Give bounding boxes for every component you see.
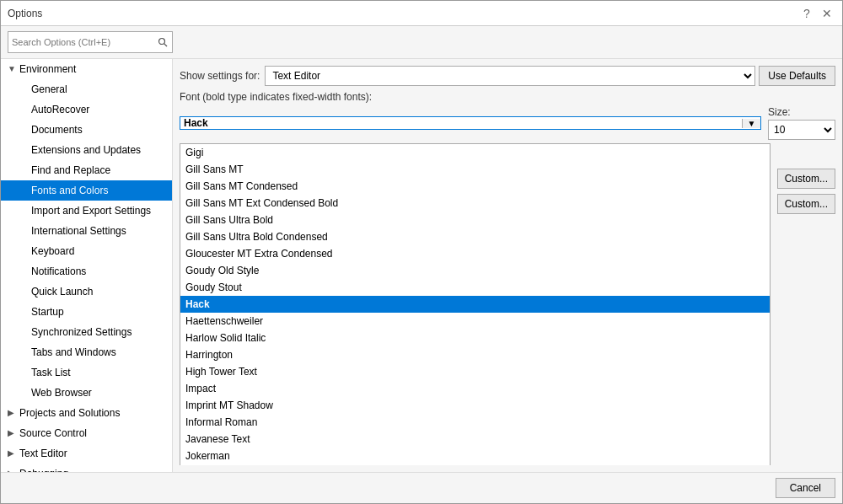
sidebar-item-startup[interactable]: ▶Startup <box>1 302 172 322</box>
font-list[interactable]: GigiGill Sans MTGill Sans MT CondensedGi… <box>180 144 770 465</box>
sidebar-item-documents[interactable]: ▶Documents <box>1 120 172 140</box>
font-list-item[interactable]: Impact <box>180 380 770 397</box>
expand-icon: ▼ <box>8 61 16 78</box>
sidebar-item-tabs-windows[interactable]: ▶Tabs and Windows <box>1 342 172 362</box>
sidebar-item-debugging[interactable]: ▶Debugging <box>1 464 172 472</box>
sidebar-item-web-browser[interactable]: ▶Web Browser <box>1 383 172 403</box>
font-list-container: GigiGill Sans MTGill Sans MT CondensedGi… <box>180 143 771 465</box>
sidebar-item-label: Extensions and Updates <box>31 142 141 158</box>
expand-icon: ▶ <box>8 405 16 421</box>
sidebar-item-label: International Settings <box>31 223 126 239</box>
font-list-item[interactable]: Gill Sans Ultra Bold <box>180 212 770 228</box>
font-list-item[interactable]: Informal Roman <box>180 414 770 431</box>
sidebar-item-notifications[interactable]: ▶Notifications <box>1 261 172 281</box>
font-list-item[interactable]: Gloucester MT Extra Condensed <box>180 245 770 262</box>
content-area: ▼Environment▶General▶AutoRecover▶Documen… <box>1 26 842 503</box>
font-list-item[interactable]: Hack <box>180 296 770 313</box>
expand-icon: ▶ <box>8 425 16 442</box>
sidebar-item-label: AutoRecover <box>31 101 89 118</box>
font-list-item[interactable]: Gigi <box>180 144 770 161</box>
expand-icon: ▶ <box>8 445 16 462</box>
sidebar-item-autorecover[interactable]: ▶AutoRecover <box>1 99 172 120</box>
sidebar-item-label: Keyboard <box>31 243 74 260</box>
sidebar-item-keyboard[interactable]: ▶Keyboard <box>1 241 172 261</box>
sidebar-item-label: Task List <box>31 364 71 381</box>
bottom-panel: Cancel <box>1 472 842 503</box>
title-bar: Options ? ✕ <box>1 1 842 26</box>
sidebar-item-label: Debugging <box>19 465 68 472</box>
show-settings-select[interactable]: Text Editor <box>265 66 755 86</box>
show-settings-label: Show settings for: <box>180 70 260 82</box>
right-panel: Show settings for: Text Editor Use Defau… <box>173 59 842 472</box>
font-list-item[interactable]: Gill Sans MT Ext Condensed Bold <box>180 195 770 212</box>
sidebar-item-label: Notifications <box>31 263 86 280</box>
font-list-item[interactable]: Imprint MT Shadow <box>180 397 770 414</box>
sidebar-item-extensions[interactable]: ▶Extensions and Updates <box>1 140 172 160</box>
help-button[interactable]: ? <box>798 5 815 22</box>
sidebar-item-text-editor[interactable]: ▶Text Editor <box>1 443 172 464</box>
svg-line-1 <box>164 44 167 46</box>
font-dropdown-wrapper: ▼ <box>180 116 761 130</box>
sidebar-item-label: Fonts and Colors <box>31 182 108 199</box>
font-list-item[interactable]: Jokerman <box>180 448 770 464</box>
search-button[interactable] <box>153 32 172 52</box>
sidebar-item-general[interactable]: ▶General <box>1 79 172 99</box>
font-list-item[interactable]: Juice ITC <box>180 464 770 465</box>
font-label: Font (bold type indicates fixed-width fo… <box>180 91 835 103</box>
search-input[interactable] <box>8 35 153 49</box>
cancel-button[interactable]: Cancel <box>776 478 835 498</box>
search-icon <box>158 37 168 47</box>
font-list-item[interactable]: Haettenschweiler <box>180 313 770 330</box>
font-list-item[interactable]: Harlow Solid Italic <box>180 330 770 346</box>
sidebar-item-synchronized[interactable]: ▶Synchronized Settings <box>1 322 172 342</box>
search-input-wrapper <box>8 31 173 53</box>
font-dropdown-arrow[interactable]: ▼ <box>742 119 760 128</box>
font-list-item[interactable]: Gill Sans MT <box>180 161 770 178</box>
sidebar-item-label: Find and Replace <box>31 162 110 179</box>
sidebar-item-label: Projects and Solutions <box>19 405 120 421</box>
svg-point-0 <box>159 39 165 45</box>
sidebar-item-quick-launch[interactable]: ▶Quick Launch <box>1 281 172 302</box>
show-settings-row: Show settings for: Text Editor Use Defau… <box>180 66 835 86</box>
sidebar: ▼Environment▶General▶AutoRecover▶Documen… <box>1 59 173 472</box>
title-bar-controls: ? ✕ <box>798 5 835 22</box>
font-main: GigiGill Sans MTGill Sans MT CondensedGi… <box>180 143 771 465</box>
sidebar-item-fonts-colors[interactable]: ▶Fonts and Colors <box>1 180 172 201</box>
sidebar-item-label: General <box>31 81 67 98</box>
font-input[interactable] <box>180 117 742 129</box>
sidebar-tree: ▼Environment▶General▶AutoRecover▶Documen… <box>1 59 172 472</box>
sidebar-item-import-export[interactable]: ▶Import and Export Settings <box>1 201 172 221</box>
sidebar-item-task-list[interactable]: ▶Task List <box>1 362 172 383</box>
sidebar-item-source-control[interactable]: ▶Source Control <box>1 423 172 443</box>
sidebar-item-label: Import and Export Settings <box>31 202 151 219</box>
font-list-item[interactable]: Javanese Text <box>180 431 770 448</box>
font-list-item[interactable]: Goudy Old Style <box>180 262 770 279</box>
main-area: ▼Environment▶General▶AutoRecover▶Documen… <box>1 59 842 472</box>
sidebar-item-label: Synchronized Settings <box>31 324 132 340</box>
right-side-buttons: Custom... Custom... <box>777 143 835 214</box>
custom-button-1[interactable]: Custom... <box>777 169 835 189</box>
sidebar-item-label: Quick Launch <box>31 283 93 300</box>
sidebar-item-international[interactable]: ▶International Settings <box>1 221 172 241</box>
custom-button-2[interactable]: Custom... <box>777 194 835 214</box>
close-button[interactable]: ✕ <box>819 5 835 22</box>
sidebar-item-projects[interactable]: ▶Projects and Solutions <box>1 403 172 423</box>
sidebar-item-find-replace[interactable]: ▶Find and Replace <box>1 160 172 180</box>
font-list-item[interactable]: High Tower Text <box>180 363 770 380</box>
sidebar-item-label: Text Editor <box>19 445 67 462</box>
font-area-row: GigiGill Sans MTGill Sans MT CondensedGi… <box>180 143 835 465</box>
sidebar-item-label: Source Control <box>19 425 87 442</box>
font-list-item[interactable]: Gill Sans Ultra Bold Condensed <box>180 228 770 245</box>
size-select[interactable]: 10 <box>768 120 835 140</box>
font-list-item[interactable]: Goudy Stout <box>180 279 770 296</box>
size-area: Size: 10 <box>768 106 835 140</box>
use-defaults-button[interactable]: Use Defaults <box>759 66 835 86</box>
sidebar-item-label: Tabs and Windows <box>31 344 116 361</box>
font-list-item[interactable]: Gill Sans MT Condensed <box>180 178 770 195</box>
size-label: Size: <box>768 106 835 118</box>
options-window: Options ? ✕ ▼Environment▶General▶AutoRe <box>0 0 843 504</box>
sidebar-item-label: Documents <box>31 121 83 138</box>
font-list-item[interactable]: Harrington <box>180 346 770 363</box>
sidebar-item-environment[interactable]: ▼Environment <box>1 59 172 79</box>
window-title: Options <box>8 8 42 19</box>
